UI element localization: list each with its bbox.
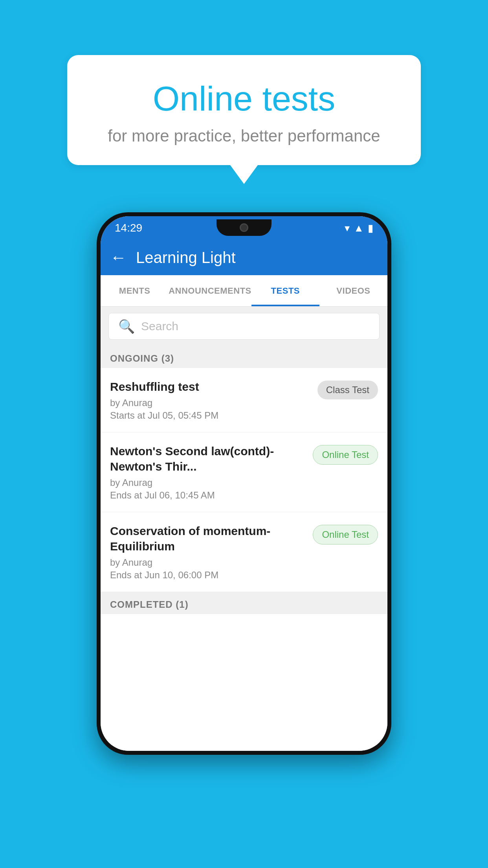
test-item[interactable]: Conservation of momentum-Equilibrium by … xyxy=(101,512,387,592)
app-title: Learning Light xyxy=(136,249,236,267)
search-icon: 🔍 xyxy=(118,318,135,334)
phone-device: 14:29 ▾ ▲ ▮ ← Learning Light MENTS ANNOU… xyxy=(97,212,391,755)
search-placeholder: Search xyxy=(141,320,178,333)
phone-notch xyxy=(216,219,272,236)
test-badge-online: Online Test xyxy=(313,525,378,544)
bubble-subtitle: for more practice, better performance xyxy=(99,127,389,145)
test-info: Reshuffling test by Anurag Starts at Jul… xyxy=(110,379,310,421)
test-name: Conservation of momentum-Equilibrium xyxy=(110,523,305,554)
tabs-bar: MENTS ANNOUNCEMENTS TESTS VIDEOS xyxy=(101,275,387,307)
status-icons: ▾ ▲ ▮ xyxy=(345,222,373,234)
test-name: Reshuffling test xyxy=(110,379,310,394)
tab-announcements[interactable]: ANNOUNCEMENTS xyxy=(169,275,251,306)
test-author: by Anurag xyxy=(110,397,310,408)
test-date: Ends at Jul 06, 10:45 AM xyxy=(110,490,305,501)
completed-section-header: COMPLETED (1) xyxy=(101,592,387,614)
tab-ments[interactable]: MENTS xyxy=(101,275,169,306)
tests-list: Reshuffling test by Anurag Starts at Jul… xyxy=(101,368,387,751)
camera-icon xyxy=(240,223,248,232)
test-date: Starts at Jul 05, 05:45 PM xyxy=(110,410,310,421)
test-badge-class: Class Test xyxy=(317,381,378,399)
test-author: by Anurag xyxy=(110,477,305,488)
status-time: 14:29 xyxy=(115,222,142,234)
wifi-icon: ▾ xyxy=(345,222,350,234)
phone-screen: 14:29 ▾ ▲ ▮ ← Learning Light MENTS ANNOU… xyxy=(101,216,387,751)
tab-tests[interactable]: TESTS xyxy=(251,275,319,306)
search-bar[interactable]: 🔍 Search xyxy=(108,313,380,340)
speech-bubble: Online tests for more practice, better p… xyxy=(67,55,421,165)
test-info: Conservation of momentum-Equilibrium by … xyxy=(110,523,305,581)
battery-icon: ▮ xyxy=(368,222,373,234)
search-container: 🔍 Search xyxy=(101,307,387,346)
test-name: Newton's Second law(contd)-Newton's Thir… xyxy=(110,443,305,474)
app-bar: ← Learning Light xyxy=(101,240,387,275)
test-author: by Anurag xyxy=(110,557,305,568)
phone-wrapper: 14:29 ▾ ▲ ▮ ← Learning Light MENTS ANNOU… xyxy=(0,212,488,755)
test-badge-online: Online Test xyxy=(313,445,378,465)
test-item[interactable]: Reshuffling test by Anurag Starts at Jul… xyxy=(101,368,387,432)
signal-icon: ▲ xyxy=(354,222,364,234)
back-button[interactable]: ← xyxy=(110,248,127,267)
tab-videos[interactable]: VIDEOS xyxy=(319,275,387,306)
test-item[interactable]: Newton's Second law(contd)-Newton's Thir… xyxy=(101,432,387,512)
test-date: Ends at Jun 10, 06:00 PM xyxy=(110,570,305,581)
test-info: Newton's Second law(contd)-Newton's Thir… xyxy=(110,443,305,501)
bubble-title: Online tests xyxy=(99,79,389,119)
ongoing-section-header: ONGOING (3) xyxy=(101,346,387,368)
promo-section: Online tests for more practice, better p… xyxy=(0,0,488,165)
